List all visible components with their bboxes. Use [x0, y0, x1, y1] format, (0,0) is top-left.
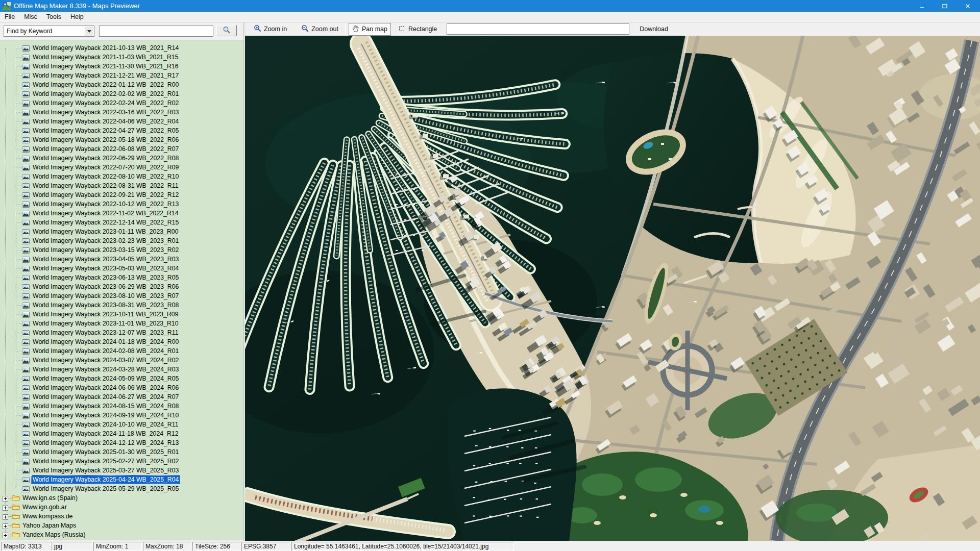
pan-map-button[interactable]: Pan map — [349, 23, 391, 36]
tree-item-layer[interactable]: World Imagery Wayback 2025-05-29 WB_2025… — [0, 484, 243, 493]
tree-item-layer[interactable]: World Imagery Wayback 2021-12-21 WB_2021… — [0, 71, 243, 80]
keyword-search-input[interactable] — [99, 26, 213, 37]
tree-item-label: World Imagery Wayback 2023-04-05 WB_2023… — [31, 255, 180, 264]
tree-item-layer[interactable]: World Imagery Wayback 2022-08-31 WB_2022… — [0, 181, 243, 190]
tree-connector — [16, 369, 21, 370]
tree-item-layer[interactable]: World Imagery Wayback 2024-05-09 WB_2024… — [0, 374, 243, 383]
tree-item-folder[interactable]: Www.ign.gob.ar — [0, 503, 243, 512]
rectangle-button[interactable]: Rectangle — [395, 23, 440, 36]
tree-item-layer[interactable]: World Imagery Wayback 2022-05-18 WB_2022… — [0, 135, 243, 144]
tree-item-layer[interactable]: World Imagery Wayback 2023-02-23 WB_2023… — [0, 236, 243, 245]
tree-item-layer[interactable]: World Imagery Wayback 2023-03-15 WB_2023… — [0, 245, 243, 255]
tree-connector — [16, 85, 21, 85]
toolbar-text-field[interactable] — [447, 23, 629, 35]
tree-item-layer[interactable]: World Imagery Wayback 2022-03-16 WB_2022… — [0, 108, 243, 117]
tree-item-layer[interactable]: World Imagery Wayback 2024-11-18 WB_2024… — [0, 429, 243, 438]
close-button[interactable] — [956, 0, 979, 12]
tree-item-layer[interactable]: World Imagery Wayback 2024-06-06 WB_2024… — [0, 383, 243, 392]
tree-item-layer[interactable]: World Imagery Wayback 2022-08-10 WB_2022… — [0, 172, 243, 181]
tree-item-layer[interactable]: World Imagery Wayback 2024-02-08 WB_2024… — [0, 346, 243, 356]
tree-item-layer[interactable]: World Imagery Wayback 2023-05-03 WB_2023… — [0, 264, 243, 273]
tree-item-layer[interactable]: World Imagery Wayback 2023-01-11 WB_2023… — [0, 227, 243, 236]
tree-item-layer[interactable]: World Imagery Wayback 2023-08-10 WB_2023… — [0, 291, 243, 300]
tree-item-layer[interactable]: World Imagery Wayback 2022-09-21 WB_2022… — [0, 190, 243, 199]
tree-item-layer[interactable]: World Imagery Wayback 2023-08-31 WB_2023… — [0, 300, 243, 310]
expand-plus-icon[interactable] — [3, 532, 8, 540]
tree-item-label: World Imagery Wayback 2023-02-23 WB_2023… — [31, 236, 180, 245]
tree-connector — [16, 287, 21, 287]
tree-item-layer[interactable]: World Imagery Wayback 2024-10-10 WB_2024… — [0, 420, 243, 429]
tree-item-label: World Imagery Wayback 2024-05-09 WB_2024… — [31, 374, 180, 383]
tree-item-layer[interactable]: World Imagery Wayback 2025-04-24 WB_2025… — [0, 475, 243, 484]
tree-item-label: World Imagery Wayback 2025-05-29 WB_2025… — [31, 484, 180, 493]
tree-item-layer[interactable]: World Imagery Wayback 2024-12-12 WB_2024… — [0, 438, 243, 447]
tree-item-layer[interactable]: World Imagery Wayback 2022-02-02 WB_2022… — [0, 89, 243, 98]
menu-item-file[interactable]: File — [0, 12, 19, 21]
tree-item-label: World Imagery Wayback 2022-07-20 WB_2022… — [31, 163, 180, 172]
tree-item-layer[interactable]: World Imagery Wayback 2025-02-27 WB_2025… — [0, 457, 243, 466]
search-button[interactable] — [216, 25, 237, 36]
tree-item-layer[interactable]: World Imagery Wayback 2023-10-11 WB_2023… — [0, 310, 243, 319]
tree-connector — [16, 222, 21, 223]
tree-item-folder[interactable]: Yandex Maps (Russia) — [0, 530, 243, 539]
tree-item-layer[interactable]: World Imagery Wayback 2023-06-29 WB_2023… — [0, 282, 243, 291]
tree-item-label: World Imagery Wayback 2025-02-27 WB_2025… — [31, 457, 180, 466]
tree-item-layer[interactable]: World Imagery Wayback 2022-12-14 WB_2022… — [0, 218, 243, 227]
download-button[interactable]: Download — [636, 24, 671, 34]
tree-item-layer[interactable]: World Imagery Wayback 2022-11-02 WB_2022… — [0, 209, 243, 218]
tree-connector — [16, 66, 21, 67]
maximize-button[interactable] — [933, 0, 956, 12]
tree-item-label: World Imagery Wayback 2024-12-12 WB_2024… — [31, 438, 180, 447]
tree-item-layer[interactable]: World Imagery Wayback 2022-07-20 WB_2022… — [0, 163, 243, 172]
tree-item-layer[interactable]: World Imagery Wayback 2023-11-01 WB_2023… — [0, 319, 243, 328]
map-toolbar: Zoom in Zoom out Pan map Rectangle Downl… — [246, 22, 980, 36]
minimize-button[interactable] — [910, 0, 933, 12]
tree-item-layer[interactable]: World Imagery Wayback 2023-12-07 WB_2023… — [0, 328, 243, 337]
menu-item-misc[interactable]: Misc — [19, 12, 42, 21]
tree-item-layer[interactable]: World Imagery Wayback 2022-01-12 WB_2022… — [0, 80, 243, 89]
chevron-down-icon[interactable] — [85, 27, 93, 36]
tree-item-layer[interactable]: World Imagery Wayback 2024-08-15 WB_2024… — [0, 402, 243, 411]
tree-item-layer[interactable]: World Imagery Wayback 2024-09-19 WB_2024… — [0, 411, 243, 420]
tree-item-layer[interactable]: World Imagery Wayback 2025-01-30 WB_2025… — [0, 447, 243, 457]
tree-item-layer[interactable]: World Imagery Wayback 2025-03-27 WB_2025… — [0, 466, 243, 475]
tree-item-layer[interactable]: World Imagery Wayback 2024-06-27 WB_2024… — [0, 392, 243, 402]
tree-item-label: World Imagery Wayback 2021-10-13 WB_2021… — [31, 43, 180, 53]
tree-item-layer[interactable]: World Imagery Wayback 2021-10-13 WB_2021… — [0, 43, 243, 53]
tree-connector — [16, 305, 21, 306]
tree-item-label: World Imagery Wayback 2022-04-06 WB_2022… — [31, 117, 180, 126]
tree-item-layer[interactable]: World Imagery Wayback 2023-04-05 WB_2023… — [0, 255, 243, 264]
tree-connector — [16, 342, 21, 342]
tree-item-label: World Imagery Wayback 2023-12-07 WB_2023… — [31, 328, 180, 337]
title-bar[interactable]: Offline Map Maker 8.339 - Maps Previewer — [0, 0, 980, 12]
tree-item-folder[interactable]: Www.ign.es (Spain) — [0, 493, 243, 503]
tree-item-layer[interactable]: World Imagery Wayback 2024-03-07 WB_2024… — [0, 356, 243, 365]
tree-folder-label: Www.kompass.de — [22, 512, 72, 521]
map-viewport[interactable] — [245, 36, 980, 541]
tree-item-layer[interactable]: World Imagery Wayback 2022-04-06 WB_2022… — [0, 117, 243, 126]
tree-item-layer[interactable]: World Imagery Wayback 2022-02-24 WB_2022… — [0, 98, 243, 108]
tree-item-label: World Imagery Wayback 2023-06-13 WB_2023… — [31, 273, 180, 282]
tree-item-layer[interactable]: World Imagery Wayback 2022-06-29 WB_2022… — [0, 154, 243, 163]
menu-item-help[interactable]: Help — [66, 12, 88, 21]
tree-connector — [16, 397, 21, 397]
status-panel: jpg — [52, 542, 92, 551]
tree-item-folder[interactable]: Yahoo Japan Maps — [0, 521, 243, 530]
tree-connector — [16, 259, 21, 260]
tree-item-layer[interactable]: World Imagery Wayback 2021-11-30 WB_2021… — [0, 62, 243, 71]
tree-connector — [8, 525, 12, 526]
menu-item-tools[interactable]: Tools — [42, 12, 66, 21]
zoom-out-button[interactable]: Zoom out — [298, 22, 342, 36]
zoom-in-button[interactable]: Zoom in — [250, 22, 290, 36]
tree-item-layer[interactable]: World Imagery Wayback 2021-11-03 WB_2021… — [0, 53, 243, 62]
find-by-keyword-dropdown[interactable]: Find by Keyword — [4, 26, 94, 37]
tree-item-folder[interactable]: Www.kompass.de — [0, 512, 243, 521]
tree-item-layer[interactable]: World Imagery Wayback 2024-01-18 WB_2024… — [0, 337, 243, 346]
tree-item-layer[interactable]: World Imagery Wayback 2022-04-27 WB_2022… — [0, 126, 243, 135]
tree-item-label: World Imagery Wayback 2022-04-27 WB_2022… — [31, 126, 180, 135]
tree-item-layer[interactable]: World Imagery Wayback 2022-10-12 WB_2022… — [0, 199, 243, 209]
tree-item-layer[interactable]: World Imagery Wayback 2022-06-08 WB_2022… — [0, 144, 243, 154]
tree-item-layer[interactable]: World Imagery Wayback 2024-03-28 WB_2024… — [0, 365, 243, 374]
tree-connector — [16, 452, 21, 453]
tree-item-layer[interactable]: World Imagery Wayback 2023-06-13 WB_2023… — [0, 273, 243, 282]
